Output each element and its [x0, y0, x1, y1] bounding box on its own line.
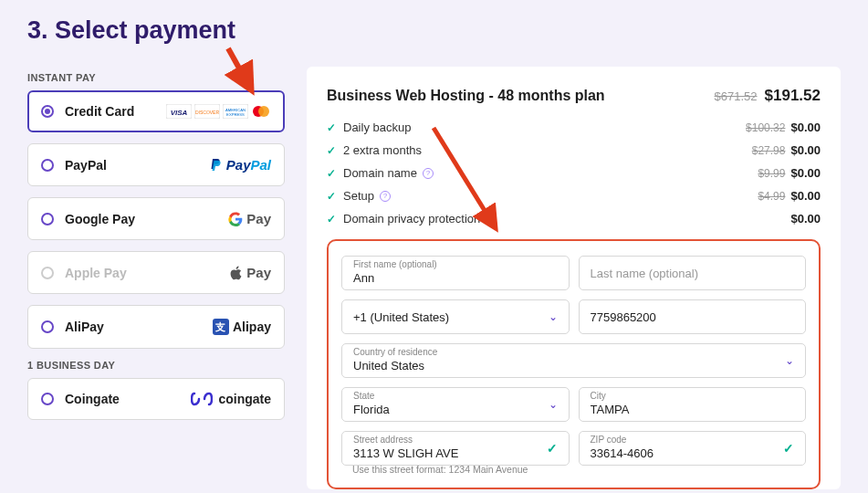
alipay-logo: 支 Alipay: [213, 319, 271, 335]
option-label: PayPal: [65, 158, 210, 173]
check-icon: ✓: [327, 167, 336, 180]
paypal-logo: PayPal: [210, 157, 271, 173]
first-name-field[interactable]: First name (optional): [341, 256, 570, 290]
chevron-down-icon: ⌄: [785, 354, 794, 367]
field-label: First name (optional): [353, 259, 437, 269]
chevron-down-icon: ⌄: [549, 398, 558, 411]
info-icon[interactable]: ?: [423, 168, 434, 179]
apple-icon: [230, 266, 243, 280]
option-apple-pay: Apple Pay Pay: [27, 251, 285, 294]
radio-icon: [41, 393, 54, 405]
line-item: ✓ Daily backup $100.32 $0.00: [327, 116, 821, 139]
gpay-logo: Pay: [228, 211, 271, 226]
option-label: Google Pay: [65, 212, 228, 226]
check-icon: ✓: [327, 213, 336, 226]
plan-price: $671.52 $191.52: [715, 87, 821, 105]
line-item: ✓ Domain privacy protection $0.00: [327, 207, 821, 230]
city-field[interactable]: City: [579, 387, 807, 422]
alipay-text: Alipay: [233, 320, 271, 334]
item-price: $0.00: [790, 189, 821, 203]
radio-icon: [41, 320, 54, 333]
state-value: Florida: [353, 403, 558, 416]
item-price: $0.00: [790, 212, 821, 226]
svg-point-8: [258, 106, 269, 117]
item-old: $9.99: [758, 167, 785, 180]
plan-price-old: $671.52: [715, 89, 758, 103]
group-instant: INSTANT PAY: [27, 72, 285, 83]
coingate-text: coingate: [218, 392, 271, 406]
amex-icon: AMERICANEXPRESS: [223, 104, 248, 119]
option-label: AliPay: [65, 320, 213, 334]
gpay-text: Pay: [246, 211, 271, 226]
check-icon: ✓: [327, 190, 336, 203]
check-icon: ✓: [327, 121, 336, 134]
phone-field[interactable]: [579, 299, 807, 334]
country-select[interactable]: Country of residence United States ⌄: [341, 343, 806, 378]
apple-pay-logo: Pay: [230, 265, 271, 280]
item-label: Domain name: [343, 166, 417, 180]
option-coingate[interactable]: Coingate coingate: [27, 378, 285, 420]
discover-icon: DISCOVER: [194, 104, 220, 119]
card-logos: VISA DISCOVER AMERICANEXPRESS: [166, 104, 271, 119]
payment-methods: INSTANT PAY Credit Card VISA DISCOVER AM…: [27, 67, 285, 489]
zip-field[interactable]: ZIP code ✓: [579, 431, 807, 466]
phone-input[interactable]: [591, 310, 795, 324]
field-label: ZIP code: [591, 435, 627, 445]
info-icon[interactable]: ?: [380, 191, 391, 202]
item-price: $0.00: [790, 166, 821, 180]
group-business: 1 BUSINESS DAY: [27, 360, 285, 371]
plan-title: Business Web Hosting - 48 months plan: [327, 88, 605, 104]
phone-cc-value: +1 (United States): [353, 310, 558, 324]
order-panel: Business Web Hosting - 48 months plan $6…: [307, 67, 841, 489]
item-label: Domain privacy protection: [343, 212, 480, 226]
last-name-field[interactable]: Last name (optional): [579, 256, 807, 290]
option-label: Apple Pay: [65, 266, 230, 280]
option-label: Credit Card: [65, 104, 166, 119]
radio-icon: [41, 105, 54, 118]
google-g-icon: [228, 212, 243, 226]
street-field[interactable]: Street address ✓: [341, 431, 570, 466]
street-input[interactable]: [353, 446, 558, 460]
field-label: Country of residence: [353, 347, 437, 357]
zip-input[interactable]: [591, 446, 795, 460]
item-label: Daily backup: [343, 121, 411, 134]
mastercard-icon: [251, 104, 271, 119]
valid-check-icon: ✓: [547, 441, 558, 456]
page-title: 3. Select payment: [27, 16, 841, 45]
option-credit-card[interactable]: Credit Card VISA DISCOVER AMERICANEXPRES…: [27, 90, 285, 132]
coingate-icon: [191, 392, 213, 406]
chevron-down-icon: ⌄: [549, 310, 558, 323]
state-select[interactable]: State Florida ⌄: [341, 387, 570, 422]
radio-icon: [41, 159, 54, 172]
coingate-logo: coingate: [191, 392, 271, 406]
phone-cc-select[interactable]: +1 (United States) ⌄: [341, 299, 570, 334]
svg-text:VISA: VISA: [171, 109, 188, 117]
valid-check-icon: ✓: [783, 441, 794, 456]
option-paypal[interactable]: PayPal PayPal: [27, 143, 285, 186]
plan-price-new: $191.52: [765, 87, 821, 105]
line-item: ✓ 2 extra months $27.98 $0.00: [327, 139, 821, 162]
item-price: $0.00: [790, 143, 821, 157]
first-name-input[interactable]: [353, 271, 558, 285]
item-label: 2 extra months: [343, 143, 422, 157]
svg-text:EXPRESS: EXPRESS: [226, 112, 245, 117]
option-google-pay[interactable]: Google Pay Pay: [27, 197, 285, 240]
field-placeholder: Last name (optional): [591, 267, 699, 280]
line-item: ✓ Setup? $4.99 $0.00: [327, 184, 821, 207]
visa-icon: VISA: [166, 104, 192, 119]
item-label: Setup: [343, 189, 374, 203]
alipay-icon: 支: [213, 319, 229, 335]
item-old: $4.99: [758, 190, 785, 203]
radio-icon: [41, 267, 54, 279]
option-alipay[interactable]: AliPay 支 Alipay: [27, 305, 285, 349]
check-icon: ✓: [327, 144, 336, 157]
city-input[interactable]: [591, 403, 795, 416]
item-old: $27.98: [752, 144, 786, 157]
svg-text:DISCOVER: DISCOVER: [195, 110, 220, 115]
country-value: United States: [353, 359, 794, 372]
item-price: $0.00: [790, 121, 821, 134]
billing-form: First name (optional) Last name (optiona…: [327, 239, 821, 489]
field-label: City: [591, 391, 606, 401]
item-old: $100.32: [746, 121, 785, 134]
apay-text: Pay: [246, 265, 271, 280]
